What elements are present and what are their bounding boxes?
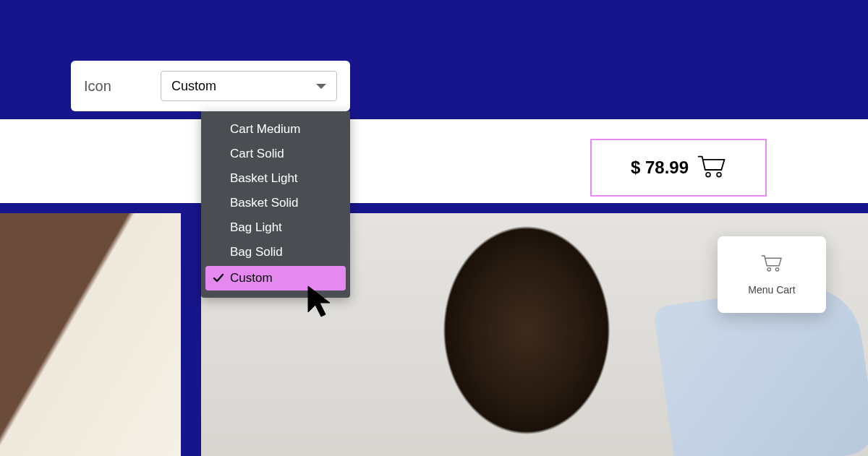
- dropdown-option-label: Cart Medium: [230, 122, 300, 137]
- dropdown-option-basket-light[interactable]: Basket Light: [201, 166, 350, 191]
- check-icon: [213, 272, 224, 284]
- dropdown-option-label: Basket Solid: [230, 196, 299, 210]
- cart-icon: [761, 254, 783, 275]
- dropdown-option-label: Bag Light: [230, 220, 282, 235]
- product-image-left: [0, 213, 181, 456]
- dropdown-option-label: Bag Solid: [230, 245, 283, 259]
- svg-point-3: [775, 268, 778, 271]
- svg-point-0: [706, 173, 710, 177]
- cart-total-price: $ 78.99: [631, 158, 689, 178]
- menu-cart-label: Menu Cart: [748, 284, 795, 296]
- cart-icon: [697, 153, 726, 182]
- icon-dropdown-menu: Cart Medium Cart Solid Basket Light Bask…: [201, 111, 350, 298]
- dropdown-option-cart-solid[interactable]: Cart Solid: [201, 142, 350, 166]
- icon-field-label: Icon: [84, 78, 146, 95]
- dropdown-option-label: Cart Solid: [230, 147, 284, 161]
- caret-down-icon: [316, 84, 326, 89]
- dropdown-option-basket-solid[interactable]: Basket Solid: [201, 191, 350, 215]
- dropdown-option-bag-solid[interactable]: Bag Solid: [201, 240, 350, 264]
- svg-point-2: [767, 268, 770, 271]
- dropdown-option-label: Basket Light: [230, 171, 298, 186]
- icon-selector-panel: Icon Custom: [71, 61, 350, 111]
- icon-select-value: Custom: [171, 79, 216, 94]
- cart-total-box[interactable]: $ 78.99: [590, 139, 767, 197]
- menu-cart-card[interactable]: Menu Cart: [718, 236, 826, 313]
- svg-point-1: [717, 173, 721, 177]
- cursor-icon: [304, 285, 339, 319]
- icon-select[interactable]: Custom: [161, 71, 337, 101]
- dropdown-option-cart-medium[interactable]: Cart Medium: [201, 117, 350, 142]
- dropdown-option-label: Custom: [230, 271, 273, 285]
- dropdown-option-bag-light[interactable]: Bag Light: [201, 215, 350, 240]
